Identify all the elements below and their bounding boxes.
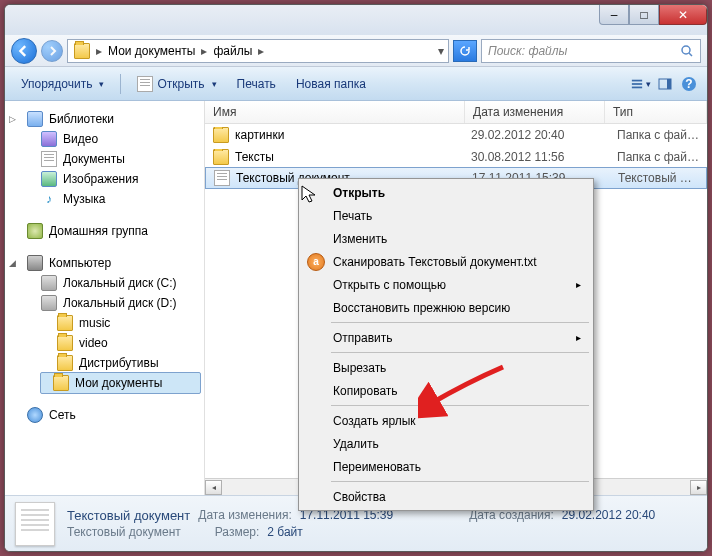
music-icon: ♪ <box>41 191 57 207</box>
nav-libraries[interactable]: ▷Библиотеки <box>5 109 204 129</box>
column-type[interactable]: Тип <box>605 101 707 123</box>
nav-videos[interactable]: Видео <box>5 129 204 149</box>
libraries-icon <box>27 111 43 127</box>
back-button[interactable] <box>11 38 37 64</box>
nav-computer[interactable]: ◢Компьютер <box>5 253 204 273</box>
homegroup-icon <box>27 223 43 239</box>
menu-separator <box>331 322 589 323</box>
breadcrumb-item[interactable]: файлы <box>209 44 256 58</box>
folder-icon <box>57 355 73 371</box>
column-headers[interactable]: Имя Дата изменения Тип <box>205 101 707 124</box>
minimize-icon: – <box>611 8 618 22</box>
disk-icon <box>41 295 57 311</box>
file-preview-icon <box>15 502 55 546</box>
nav-folder-mydocs[interactable]: Мои документы <box>40 372 201 394</box>
chevron-right-icon: ▸ <box>576 332 581 343</box>
menu-separator <box>331 481 589 482</box>
ctx-delete[interactable]: Удалить <box>301 432 591 455</box>
search-icon <box>680 44 694 58</box>
status-modified-label: Дата изменения: <box>198 508 292 523</box>
navigation-pane[interactable]: ▷Библиотеки Видео Документы Изображения … <box>5 101 205 495</box>
menu-separator <box>331 352 589 353</box>
ctx-edit[interactable]: Изменить <box>301 227 591 250</box>
chevron-right-icon[interactable]: ▷ <box>9 114 21 124</box>
folder-icon <box>213 149 229 165</box>
svg-rect-5 <box>667 79 671 89</box>
close-button[interactable]: ✕ <box>659 5 707 25</box>
search-input[interactable]: Поиск: файлы <box>481 39 701 63</box>
maximize-icon: □ <box>640 8 647 22</box>
folder-icon <box>57 335 73 351</box>
ctx-print[interactable]: Печать <box>301 204 591 227</box>
ctx-scan[interactable]: aСканировать Текстовый документ.txt <box>301 250 591 273</box>
network-icon <box>27 407 43 423</box>
table-row[interactable]: картинки 29.02.2012 20:40 Папка с файлам… <box>205 124 707 146</box>
status-kind: Текстовый документ <box>67 525 181 539</box>
ctx-rename[interactable]: Переименовать <box>301 455 591 478</box>
nav-disk-d[interactable]: Локальный диск (D:) <box>5 293 204 313</box>
column-name[interactable]: Имя <box>205 101 465 123</box>
folder-icon <box>74 43 90 59</box>
column-date[interactable]: Дата изменения <box>465 101 605 123</box>
nav-folder-video[interactable]: video <box>5 333 204 353</box>
nav-folder-music[interactable]: music <box>5 313 204 333</box>
toolbar: Упорядочить Открыть Печать Новая папка ? <box>5 67 707 101</box>
nav-documents[interactable]: Документы <box>5 149 204 169</box>
maximize-button[interactable]: □ <box>629 5 659 25</box>
disk-icon <box>41 275 57 291</box>
nav-music[interactable]: ♪Музыка <box>5 189 204 209</box>
preview-pane-button[interactable] <box>655 74 675 94</box>
ctx-shortcut[interactable]: Создать ярлык <box>301 409 591 432</box>
organize-button[interactable]: Упорядочить <box>13 74 112 94</box>
chevron-down-icon[interactable]: ◢ <box>9 258 21 268</box>
ctx-open[interactable]: Открыть <box>301 181 591 204</box>
svg-rect-3 <box>632 86 642 88</box>
address-bar: ▸ Мои документы ▸ файлы ▸ ▾ Поиск: файлы <box>5 35 707 67</box>
help-button[interactable]: ? <box>679 74 699 94</box>
menu-separator <box>331 405 589 406</box>
table-row[interactable]: Тексты 30.08.2012 11:56 Папка с файлами <box>205 146 707 168</box>
refresh-button[interactable] <box>453 40 477 62</box>
chevron-right-icon[interactable]: ▸ <box>94 44 104 58</box>
nav-homegroup[interactable]: Домашняя группа <box>5 221 204 241</box>
open-button[interactable]: Открыть <box>129 73 224 95</box>
ctx-cut[interactable]: Вырезать <box>301 356 591 379</box>
print-button[interactable]: Печать <box>229 74 284 94</box>
status-filename: Текстовый документ <box>67 508 190 523</box>
forward-button[interactable] <box>41 40 63 62</box>
chevron-down-icon[interactable]: ▾ <box>436 44 446 58</box>
pictures-icon <box>41 171 57 187</box>
folder-icon <box>53 375 69 391</box>
minimize-button[interactable]: – <box>599 5 629 25</box>
divider <box>120 74 121 94</box>
chevron-right-icon[interactable]: ▸ <box>256 44 266 58</box>
view-button[interactable] <box>631 74 651 94</box>
status-size-value: 2 байт <box>267 525 302 539</box>
nav-pictures[interactable]: Изображения <box>5 169 204 189</box>
ctx-properties[interactable]: Свойства <box>301 485 591 508</box>
nav-folder-distr[interactable]: Дистрибутивы <box>5 353 204 373</box>
status-size-label: Размер: <box>215 525 260 539</box>
ctx-send-to[interactable]: Отправить▸ <box>301 326 591 349</box>
svg-rect-2 <box>632 83 642 85</box>
document-icon <box>41 151 57 167</box>
breadcrumb[interactable]: ▸ Мои документы ▸ файлы ▸ ▾ <box>67 39 449 63</box>
title-bar[interactable]: – □ ✕ <box>5 5 707 35</box>
folder-icon <box>213 127 229 143</box>
chevron-right-icon[interactable]: ▸ <box>199 44 209 58</box>
scroll-left-button[interactable]: ◂ <box>205 480 222 495</box>
svg-point-0 <box>682 46 690 54</box>
ctx-open-with[interactable]: Открыть с помощью▸ <box>301 273 591 296</box>
new-folder-button[interactable]: Новая папка <box>288 74 374 94</box>
ctx-restore[interactable]: Восстановить прежнюю версию <box>301 296 591 319</box>
svg-text:?: ? <box>685 77 692 91</box>
nav-disk-c[interactable]: Локальный диск (C:) <box>5 273 204 293</box>
scroll-right-button[interactable]: ▸ <box>690 480 707 495</box>
nav-network[interactable]: Сеть <box>5 405 204 425</box>
antivirus-icon: a <box>307 253 325 271</box>
video-icon <box>41 131 57 147</box>
close-icon: ✕ <box>678 8 688 22</box>
ctx-copy[interactable]: Копировать <box>301 379 591 402</box>
breadcrumb-item[interactable]: Мои документы <box>104 44 199 58</box>
search-placeholder: Поиск: файлы <box>488 44 567 58</box>
